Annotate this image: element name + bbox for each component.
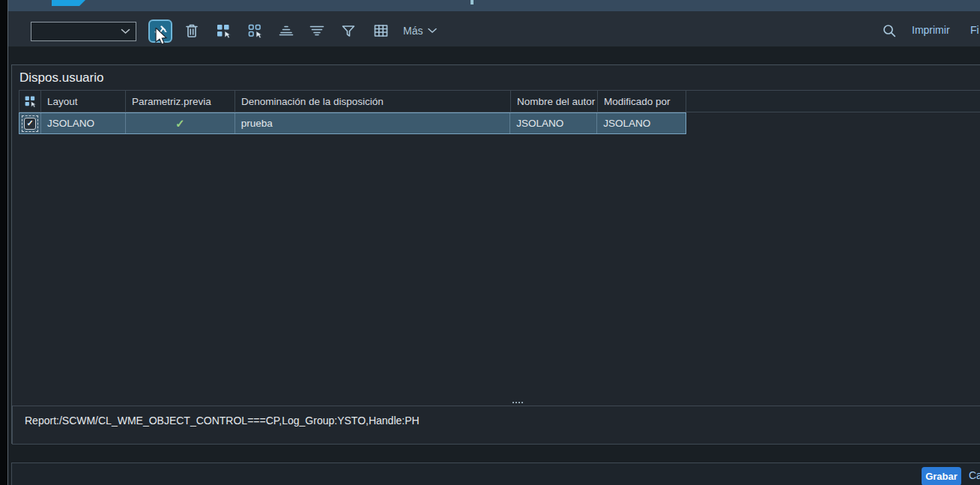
chevron-down-icon bbox=[121, 28, 130, 34]
checkbox-focus-outline: ✓ bbox=[22, 115, 38, 132]
edit-check-icon bbox=[153, 24, 168, 39]
cell-autor: JSOLANO bbox=[510, 113, 597, 133]
column-header-autor[interactable]: Nombre del autor bbox=[511, 91, 598, 112]
row-select-cell: ✓ bbox=[19, 113, 41, 133]
column-header-parametriz-previa[interactable]: Parametriz.previa bbox=[126, 91, 235, 112]
column-header-layout[interactable]: Layout bbox=[41, 91, 126, 112]
filter-button[interactable] bbox=[339, 22, 357, 40]
layouts-panel: Dispos.usuario Layout Parametriz.previa … bbox=[11, 64, 980, 444]
sort-descending-icon bbox=[309, 23, 324, 38]
cell-denominacion: prueba bbox=[235, 113, 511, 133]
sort-ascending-button[interactable] bbox=[277, 22, 295, 40]
dialog-toolbar: Más Imprimir Fi bbox=[8, 11, 980, 46]
deselect-all-icon bbox=[247, 23, 263, 39]
table-icon bbox=[373, 23, 389, 38]
sort-ascending-icon bbox=[279, 23, 294, 38]
save-button[interactable]: Grabar bbox=[922, 467, 961, 485]
panel-title: Dispos.usuario bbox=[19, 65, 103, 90]
delete-layout-button[interactable] bbox=[183, 22, 201, 40]
more-menu-label: Más bbox=[403, 25, 423, 37]
dialog-footer: Grabar Ca bbox=[11, 463, 980, 485]
deselect-all-button[interactable] bbox=[246, 22, 264, 40]
table-view-button[interactable] bbox=[372, 22, 390, 40]
shell-header-bar bbox=[8, 0, 980, 11]
splitter-dots-icon bbox=[512, 402, 514, 403]
cell-layout: JSOLANO bbox=[41, 113, 126, 133]
report-status-text: Report:/SCWM/CL_WME_OBJECT_CONTROL===CP,… bbox=[25, 415, 420, 427]
print-button[interactable]: Imprimir bbox=[912, 24, 950, 36]
table-row[interactable]: ✓ JSOLANO ✓ prueba JSOLANO JSOLANO bbox=[19, 112, 686, 134]
filter-icon bbox=[341, 23, 356, 38]
search-button[interactable] bbox=[880, 22, 898, 40]
cropped-title-fragment bbox=[471, 0, 474, 4]
select-all-button[interactable] bbox=[214, 22, 232, 40]
column-header-denominacion[interactable]: Denominación de la disposición bbox=[235, 91, 511, 112]
row-checkbox[interactable]: ✓ bbox=[24, 118, 36, 130]
sap-logo bbox=[52, 0, 85, 6]
cell-parametriz-previa: ✓ bbox=[126, 113, 235, 133]
more-menu-button[interactable]: Más bbox=[403, 22, 437, 40]
cancel-button[interactable]: Ca bbox=[969, 469, 980, 481]
status-log-box: Report:/SCWM/CL_WME_OBJECT_CONTROL===CP,… bbox=[12, 406, 980, 445]
column-header-filler bbox=[686, 91, 980, 112]
chevron-down-icon bbox=[428, 28, 437, 34]
search-icon bbox=[882, 23, 897, 38]
column-header-modificado[interactable]: Modificado por bbox=[598, 91, 686, 112]
trash-icon bbox=[184, 22, 199, 39]
sort-descending-button[interactable] bbox=[308, 22, 326, 40]
choose-layout-button[interactable] bbox=[148, 19, 172, 43]
layout-combobox[interactable] bbox=[31, 22, 136, 41]
select-column-header[interactable] bbox=[19, 91, 41, 112]
table-header-row: Layout Parametriz.previa Denominación de… bbox=[19, 90, 980, 112]
cell-modificado: JSOLANO bbox=[597, 113, 686, 133]
select-all-icon bbox=[216, 23, 232, 39]
splitter-handle[interactable] bbox=[12, 398, 980, 406]
finish-button[interactable]: Fi bbox=[970, 24, 979, 36]
select-all-icon bbox=[24, 95, 37, 108]
dialog-window: Más Imprimir Fi Dispos.usuario bbox=[7, 0, 980, 485]
